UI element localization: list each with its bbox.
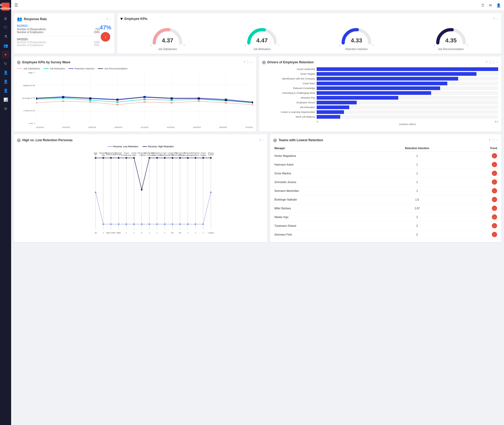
- svg-point-46: [170, 98, 173, 99]
- x-label-8: 01/2021: [245, 126, 253, 129]
- trend-down-icon: ↓: [492, 206, 497, 211]
- topbar-user-icon[interactable]: 👤: [496, 3, 501, 7]
- period1-percentage: 47%: [100, 24, 111, 31]
- drivers-header: ◎ Drivers of Employee Retention ? ⛶ ↕ −: [262, 60, 498, 65]
- svg-point-134: [164, 223, 166, 225]
- legend-dot-recommendation: [98, 68, 103, 69]
- drivers-minimize-icon[interactable]: −: [497, 61, 498, 64]
- drivers-help-icon[interactable]: ?: [486, 61, 487, 64]
- kpi-wave-expand-icon[interactable]: ⛶: [247, 61, 250, 64]
- svg-text:1 years: 1 years: [208, 232, 214, 234]
- bar-track-relevant-knowledge: [317, 86, 498, 90]
- bar-label-interesting-work: Interesting & Challenging Work: [262, 92, 315, 94]
- bar-fill-relevant-knowledge: [317, 86, 440, 90]
- job-recommendation-max: 7: [467, 44, 468, 47]
- svg-point-156: [210, 157, 212, 159]
- x-label-4: 01/2020: [141, 126, 148, 129]
- sidebar-item-users[interactable]: 👥: [2, 42, 9, 49]
- drivers-x-zero: 0: [317, 120, 318, 123]
- x-label-1: 02/2019: [62, 126, 70, 129]
- minimize-icon[interactable]: −: [110, 17, 111, 21]
- kpi-wave-actions: ? ⛶ −: [244, 61, 253, 64]
- svg-point-136: [179, 223, 181, 225]
- drivers-sort-icon[interactable]: ↕: [493, 61, 495, 64]
- svg-point-16: [89, 101, 92, 103]
- sidebar-item-chart[interactable]: 📊: [2, 96, 9, 103]
- sidebar-item-heart[interactable]: ♥: [2, 51, 9, 58]
- legend-label-recommendation: Job Recommendation: [104, 67, 127, 70]
- kpi-wave-help-icon[interactable]: ?: [244, 61, 245, 64]
- teams-actions: ? ⛶ −: [489, 139, 498, 142]
- svg-point-155: [202, 157, 204, 159]
- svg-point-139: [202, 223, 204, 225]
- svg-point-27: [143, 99, 146, 100]
- svg-text:1: 1: [134, 232, 135, 234]
- sidebar-item-shield[interactable]: 🛡: [2, 24, 9, 31]
- table-row: Boettinger Nathalie 1.5 ↓: [273, 195, 498, 204]
- kpi-wave-svg-wrap: 01/2019 02/2019 03/2019 04/2019 01/2020 …: [36, 72, 253, 129]
- kpi-wave-minimize-icon[interactable]: −: [251, 61, 253, 64]
- gauge-job-recommendation: 4.35 1 7 Job Recommendation: [434, 24, 468, 51]
- svg-point-45: [143, 96, 146, 98]
- svg-text:0: 0: [141, 232, 142, 234]
- personas-minimize-icon[interactable]: −: [263, 139, 264, 142]
- svg-text:7: 7: [149, 154, 150, 156]
- drivers-expand-icon[interactable]: ⛶: [489, 61, 492, 64]
- svg-point-151: [172, 157, 173, 159]
- trend-cell: ↓: [465, 195, 498, 204]
- sidebar-item-refresh[interactable]: ↻: [2, 60, 9, 67]
- svg-text:Yes: Yes: [171, 154, 174, 156]
- gauge-job-satisfaction: 4.37 1 7 Job Satisfaction: [150, 24, 185, 51]
- teams-help-icon[interactable]: ?: [489, 139, 490, 142]
- legend-low-retention: Persona: Low Retention: [108, 145, 138, 148]
- row-3: ◎ High vs. Low Retention Personas ? − Pe…: [14, 134, 501, 242]
- svg-point-148: [149, 157, 150, 159]
- period2-label: 04/2020:: [17, 38, 28, 41]
- legend-label-satisfaction: Job Satisfaction: [23, 67, 40, 70]
- bar-fill-work-life-balance: [317, 115, 340, 119]
- svg-point-127: [110, 223, 112, 225]
- x-label-7: 04/2020: [219, 126, 227, 129]
- sidebar-item-settings[interactable]: ⚙: [2, 105, 9, 112]
- job-motivation-label: Job Motivation: [254, 48, 271, 51]
- drivers-bar-chart: Good Leadership Smart Targets Identifica…: [262, 67, 498, 119]
- job-motivation-value: 4.47: [256, 37, 268, 44]
- topbar-email-icon[interactable]: ✉: [489, 3, 492, 7]
- svg-point-26: [116, 101, 119, 103]
- svg-text:29: 29: [95, 232, 97, 234]
- svg-point-20: [197, 100, 200, 102]
- bar-fill-employee-tenure: [317, 101, 357, 104]
- personas-help-icon[interactable]: ?: [259, 139, 261, 142]
- response-rate-actions: ? −: [106, 17, 111, 21]
- personas-header: ◎ High vs. Low Retention Personas ? −: [17, 138, 264, 143]
- teams-expand-icon[interactable]: ⛶: [492, 139, 495, 142]
- sidebar-item-monitor[interactable]: 🖥: [2, 15, 9, 22]
- sidebar: HR Dashboard 🖥 🛡 ⚗ 👥 ♥ ↻ 👤 👤 👤 📊 ⚙: [0, 0, 11, 425]
- bar-great-team: Great Team: [262, 82, 498, 85]
- bar-attractive-pay: Attractive Pay: [262, 96, 498, 100]
- topbar: ☰ 🗒 ✉ 👤: [11, 0, 504, 11]
- help-icon[interactable]: ?: [106, 17, 108, 21]
- bar-track-smart-targets: [317, 72, 498, 76]
- sidebar-item-person2[interactable]: 👤: [2, 78, 9, 85]
- retention-intention-min: 1: [339, 44, 341, 47]
- sidebar-item-person3[interactable]: 👤: [2, 87, 9, 94]
- app-logo[interactable]: HR Dashboard: [2, 3, 10, 11]
- hamburger-button[interactable]: ☰: [14, 3, 18, 8]
- kpis-minimize-icon[interactable]: −: [497, 17, 498, 20]
- legend-job-motivation: Job Motivation: [43, 67, 65, 70]
- bar-label-great-team: Great Team: [262, 82, 315, 85]
- topbar-notifications-icon[interactable]: 🗒: [481, 3, 485, 7]
- retention-intention-value: 4.33: [351, 37, 362, 44]
- bar-label-job-motivation: Job Motivation: [262, 106, 315, 109]
- drivers-x-effect-label: (medium effect): [262, 123, 498, 126]
- trend-cell: ↓: [465, 152, 498, 160]
- svg-point-28: [170, 99, 173, 101]
- kpis-title: Employee KPIs: [125, 17, 492, 21]
- teams-minimize-icon[interactable]: −: [497, 139, 498, 142]
- kpis-help-icon[interactable]: ?: [493, 17, 495, 20]
- bar-fill-great-team: [317, 82, 447, 85]
- sidebar-item-filter[interactable]: ⚗: [2, 33, 9, 40]
- sidebar-item-person1[interactable]: 👤: [2, 69, 9, 76]
- svg-text:7: 7: [126, 154, 127, 156]
